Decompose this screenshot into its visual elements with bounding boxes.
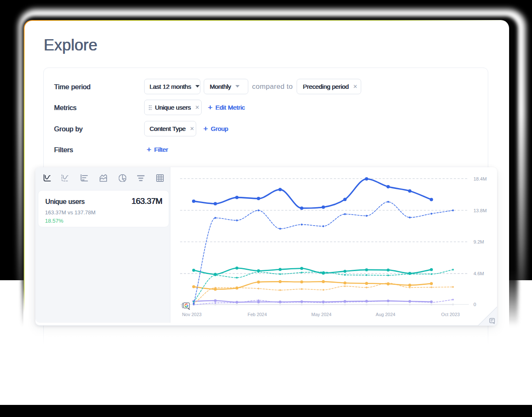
svg-text:9.2M: 9.2M — [473, 239, 484, 244]
svg-text:18.4M: 18.4M — [473, 176, 487, 181]
svg-text:0: 0 — [473, 302, 476, 307]
svg-text:Aug 2024: Aug 2024 — [375, 311, 395, 317]
svg-text:May 2024: May 2024 — [311, 311, 331, 317]
svg-text:4.6M: 4.6M — [473, 271, 484, 276]
svg-text:Oct 2023: Oct 2023 — [441, 311, 460, 317]
svg-text:Feb 2024: Feb 2024 — [247, 311, 267, 317]
svg-text:13.8M: 13.8M — [473, 208, 487, 213]
svg-text:Nov 2023: Nov 2023 — [182, 311, 201, 317]
